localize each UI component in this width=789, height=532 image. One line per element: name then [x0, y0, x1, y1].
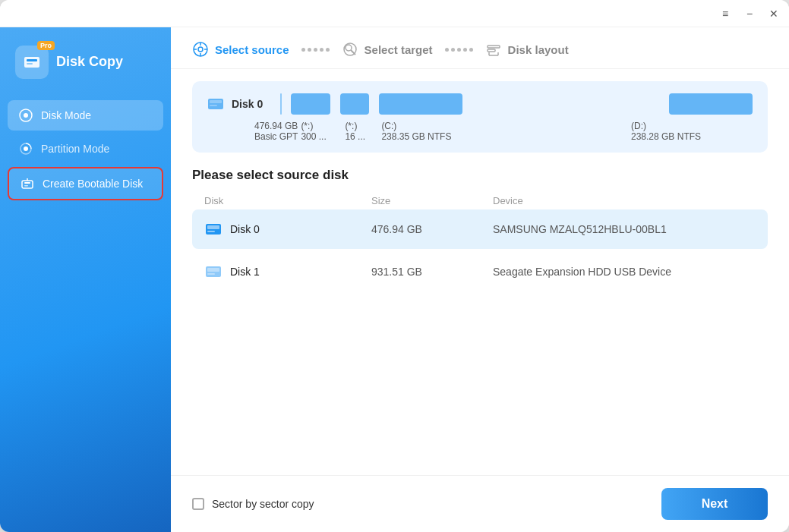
disk-row-0[interactable]: Disk 0 476.94 GB SAMSUNG MZALQ512HBLU-00…	[192, 209, 768, 249]
disk-preview-row2: 476.94 GB Basic GPT (*:) 300 ... (*:) 16…	[254, 121, 753, 142]
sidebar-item-label-bootable: Create Bootable Disk	[43, 178, 143, 190]
step-dots-2	[445, 48, 473, 52]
logo-icon-wrap: Pro	[15, 46, 49, 79]
title-bar: ≡ − ✕	[0, 0, 789, 27]
main-content: Select source Select target	[171, 27, 789, 532]
disk-table-header: Disk Size Device	[192, 195, 768, 206]
sidebar-item-disk-mode[interactable]: Disk Mode	[8, 100, 163, 131]
disk-preview-row1: Disk 0	[207, 93, 753, 115]
select-target-icon	[342, 41, 358, 58]
partition-c	[379, 93, 462, 115]
partition-info-c: (C:) 238.35 GB NTFS	[381, 121, 533, 142]
create-bootable-icon	[20, 176, 35, 191]
select-source-icon	[192, 41, 209, 58]
col-size: Size	[371, 195, 493, 206]
footer: Sector by sector copy Next	[171, 475, 789, 532]
disk-preview-icon	[207, 96, 224, 112]
partition-star1	[291, 93, 330, 115]
col-disk: Disk	[204, 195, 371, 206]
svg-rect-18	[488, 46, 500, 48]
steps-bar: Select source Select target	[171, 27, 789, 69]
svg-rect-24	[210, 100, 222, 103]
partition-info-total: 476.94 GB Basic GPT	[254, 121, 298, 142]
disk-1-icon	[204, 263, 222, 281]
partition-info-star1: (*:) 300 ...	[301, 121, 342, 142]
svg-rect-27	[207, 225, 219, 229]
partition-info-star2: (*:) 16 ...	[345, 121, 378, 142]
partition-star2	[340, 93, 369, 115]
app-body: Pro Disk Copy Disk Mode	[0, 27, 789, 532]
disk-0-device: SAMSUNG MZALQ512HBLU-00BL1	[493, 223, 756, 235]
sector-copy-label: Sector by sector copy	[212, 498, 314, 510]
disk-1-device: Seagate Expansion HDD USB Device	[493, 266, 756, 278]
disk-1-size: 931.51 GB	[371, 266, 493, 278]
sidebar-item-label-partition-mode: Partition Mode	[41, 143, 109, 155]
minimize-button[interactable]: −	[743, 8, 756, 20]
disk-row-1[interactable]: Disk 1 931.51 GB Seagate Expansion HDD U…	[192, 252, 768, 291]
app-window: ≡ − ✕ Pro Disk Copy	[0, 0, 789, 532]
disk-0-name: Disk 0	[204, 220, 371, 238]
sidebar-nav: Disk Mode Partition Mode	[0, 100, 171, 200]
svg-rect-2	[27, 63, 33, 65]
step-disk-layout[interactable]: Disk layout	[485, 41, 569, 58]
svg-point-5	[24, 146, 28, 151]
svg-rect-1	[27, 59, 37, 61]
disk-preview: Disk 0 476.94 GB Basic GPT	[192, 81, 768, 153]
step-dots-1	[301, 48, 330, 52]
section-title: Please select source disk	[192, 168, 768, 183]
disk-0-icon	[204, 220, 222, 238]
svg-rect-25	[210, 105, 217, 106]
partition-info-d: (D:) 238.28 GB NTFS	[631, 121, 753, 142]
sidebar-item-label-disk-mode: Disk Mode	[41, 109, 91, 121]
disk-divider	[280, 93, 282, 115]
partition-mode-icon	[18, 141, 33, 156]
menu-icon[interactable]: ≡	[719, 8, 731, 20]
svg-rect-6	[22, 181, 33, 188]
disk-mode-icon	[18, 108, 33, 123]
svg-rect-7	[24, 182, 30, 184]
sidebar-logo: Pro Disk Copy	[0, 46, 171, 100]
sector-copy-checkbox-row[interactable]: Sector by sector copy	[192, 498, 314, 510]
disk-layout-icon	[485, 41, 502, 58]
step-source-label: Select source	[215, 43, 289, 56]
disk-0-size: 476.94 GB	[371, 223, 493, 235]
disk-select-section: Please select source disk Disk Size Devi…	[171, 153, 789, 475]
logo-text: Disk Copy	[56, 54, 123, 71]
disk-1-name: Disk 1	[204, 263, 371, 281]
partition-d	[669, 93, 753, 115]
svg-rect-8	[24, 185, 28, 187]
svg-rect-31	[207, 273, 215, 275]
svg-rect-0	[24, 57, 39, 68]
pro-badge: Pro	[37, 41, 55, 50]
disk-preview-label: Disk 0	[232, 98, 271, 110]
next-button[interactable]: Next	[661, 488, 768, 520]
step-target-label: Select target	[365, 43, 433, 56]
step-select-source[interactable]: Select source	[192, 41, 289, 58]
svg-point-16	[346, 45, 352, 51]
sidebar-item-partition-mode[interactable]: Partition Mode	[8, 134, 163, 164]
svg-rect-30	[207, 268, 219, 272]
sector-copy-checkbox[interactable]	[192, 498, 204, 510]
step-select-target[interactable]: Select target	[342, 41, 433, 58]
svg-point-4	[24, 113, 28, 118]
step-layout-label: Disk layout	[508, 43, 569, 56]
svg-rect-28	[207, 231, 215, 232]
sidebar: Pro Disk Copy Disk Mode	[0, 27, 171, 532]
col-device: Device	[493, 195, 756, 206]
logo-icon	[22, 52, 42, 72]
sidebar-item-create-bootable[interactable]: Create Bootable Disk	[8, 167, 163, 200]
svg-point-10	[198, 47, 203, 52]
svg-rect-19	[488, 49, 495, 52]
close-button[interactable]: ✕	[768, 8, 780, 20]
